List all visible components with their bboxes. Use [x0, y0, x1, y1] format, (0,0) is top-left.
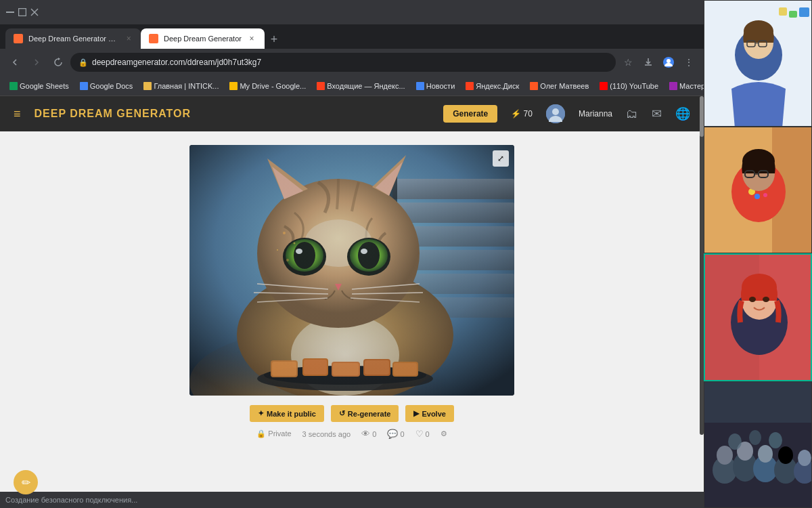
bookmark-ydisk[interactable]: Яндекс.Диск: [461, 81, 523, 91]
action-buttons: ✦ Make it public ↺ Re-generate ▶ Evolve: [250, 405, 454, 422]
bookmarks-bar: Google Sheets Google Docs Главная | INTI…: [0, 76, 704, 96]
tab-1-favicon: [14, 34, 23, 43]
back-button[interactable]: [5, 53, 24, 72]
comment-icon: 💬: [387, 429, 398, 439]
lock-icon: 🔒: [78, 58, 88, 67]
username-label: Marianna: [579, 109, 612, 119]
svg-point-89: [763, 297, 769, 302]
image-meta: 🔒 Private 3 seconds ago 👁 0 💬 0 ♡ 0 ⚙: [256, 429, 447, 439]
bookmark-sheets[interactable]: Google Sheets: [5, 81, 73, 91]
bookmark-docs-label: Google Docs: [90, 82, 133, 90]
tab-1[interactable]: Deep Dream Generator — Яно... ×: [5, 28, 141, 49]
bookmark-youtube[interactable]: (110) YouTube: [595, 81, 662, 91]
sheets-favicon: [9, 82, 18, 90]
svg-rect-56: [189, 145, 514, 396]
folder-icon[interactable]: 🗂: [626, 107, 638, 121]
mail-icon[interactable]: ✉: [652, 106, 662, 121]
svg-point-76: [763, 193, 767, 197]
bookmark-sheets-label: Google Sheets: [20, 82, 69, 90]
heart-icon: ♡: [415, 429, 424, 439]
svg-rect-62: [799, 7, 809, 17]
lightning-icon: ⚡: [511, 109, 521, 119]
docs-favicon: [80, 82, 88, 90]
svg-rect-1: [19, 9, 26, 16]
tab-1-close[interactable]: ×: [125, 34, 133, 43]
bookmark-drive[interactable]: My Drive - Google...: [225, 81, 310, 91]
website-content: ≡ DEEP DREAM GENERATOR Generate ⚡ 70 Mar…: [0, 96, 704, 492]
minimize-button[interactable]: [5, 7, 15, 17]
edit-pencil-button[interactable]: ✏: [14, 470, 38, 494]
settings-icon[interactable]: ⚙: [441, 429, 447, 438]
status-text: Создание безопасного подключения...: [5, 496, 137, 504]
svg-point-104: [769, 432, 782, 448]
globe-icon[interactable]: 🌐: [675, 106, 690, 121]
bookmark-star-icon[interactable]: ☆: [618, 53, 637, 72]
address-input[interactable]: 🔒 deepdreamgenerator.com/ddream/jd0h7ut3…: [70, 53, 616, 72]
yt-favicon: [600, 82, 608, 90]
svg-point-103: [749, 430, 761, 445]
bookmark-docs[interactable]: Google Docs: [76, 81, 137, 91]
bookmark-master[interactable]: Мастерский Курс п...: [665, 81, 704, 91]
ddg-main: ⤢ ✦ Make it public ↺ Re-generate ▶ Evolv…: [0, 131, 704, 492]
browser-frame: Deep Dream Generator — Яно... × Deep Dre…: [0, 0, 704, 508]
tab-2[interactable]: Deep Dream Generator ×: [141, 28, 265, 49]
profile-icon[interactable]: [659, 53, 678, 72]
generated-image-container: ⤢: [189, 145, 514, 396]
video-panel: [704, 0, 812, 508]
bookmark-yandex[interactable]: Входящие — Яндекс...: [313, 81, 409, 91]
svg-point-102: [728, 433, 742, 450]
svg-point-5: [667, 59, 671, 63]
bookmark-news-label: Новости: [426, 82, 455, 90]
new-tab-button[interactable]: +: [265, 30, 284, 49]
bookmark-youtube-label: (110) YouTube: [610, 82, 658, 90]
tab-bar: Deep Dream Generator — Яно... × Deep Dre…: [0, 24, 704, 49]
expand-button[interactable]: ⤢: [493, 150, 509, 167]
svg-point-88: [749, 297, 756, 302]
video-tile-4: [704, 381, 812, 508]
make-public-button[interactable]: ✦ Make it public: [250, 405, 324, 422]
evolve-button[interactable]: ▶ Evolve: [405, 405, 453, 422]
maximize-button[interactable]: [18, 7, 27, 17]
bookmark-oleg[interactable]: Олег Матвеев: [526, 81, 593, 91]
coins-display: ⚡ 70: [511, 109, 533, 119]
bookmark-oleg-label: Олег Матвеев: [540, 82, 589, 90]
evolve-icon: ▶: [413, 409, 419, 418]
tab-2-close[interactable]: ×: [247, 34, 256, 43]
public-icon: ✦: [258, 409, 264, 418]
generate-button[interactable]: Generate: [443, 105, 497, 123]
window-controls: [5, 7, 39, 17]
ddg-menu-icon[interactable]: ≡: [14, 107, 21, 121]
title-bar: [0, 0, 704, 24]
regenerate-button[interactable]: ↺ Re-generate: [331, 405, 399, 422]
participant-4-video: [704, 382, 812, 508]
ddg-header: ≡ DEEP DREAM GENERATOR Generate ⚡ 70 Mar…: [0, 96, 704, 131]
news-favicon: [416, 82, 424, 90]
pencil-icon: ✏: [22, 476, 30, 489]
svg-point-7: [552, 108, 559, 115]
time-label: 3 seconds ago: [302, 430, 351, 438]
bookmark-news[interactable]: Новости: [412, 81, 459, 91]
reload-button[interactable]: [49, 53, 68, 72]
bookmark-intick[interactable]: Главная | INTICK...: [139, 81, 223, 91]
download-icon[interactable]: [639, 53, 658, 72]
likes-group: ♡ 0: [415, 429, 430, 439]
tab-1-title: Deep Dream Generator — Яно...: [28, 35, 119, 43]
forward-button[interactable]: [27, 53, 46, 72]
close-button[interactable]: [30, 7, 39, 17]
video-tile-2: [704, 127, 812, 253]
ddg-logo: DEEP DREAM GENERATOR: [35, 108, 191, 120]
participant-1-video: [704, 1, 812, 127]
eye-icon: 👁: [361, 429, 370, 439]
participant-2-video: [704, 127, 812, 253]
video-tile-1: [704, 0, 812, 127]
menu-icon[interactable]: ⋮: [679, 53, 698, 72]
cat-image-svg: [189, 145, 514, 396]
privacy-label: 🔒 Private: [256, 429, 291, 438]
participant-3-video: [705, 255, 812, 381]
svg-point-75: [754, 194, 760, 199]
svg-rect-105: [704, 382, 812, 423]
svg-rect-0: [6, 12, 14, 13]
user-avatar[interactable]: [546, 104, 565, 123]
yandex-favicon: [317, 82, 325, 90]
oleg-favicon: [530, 82, 538, 90]
